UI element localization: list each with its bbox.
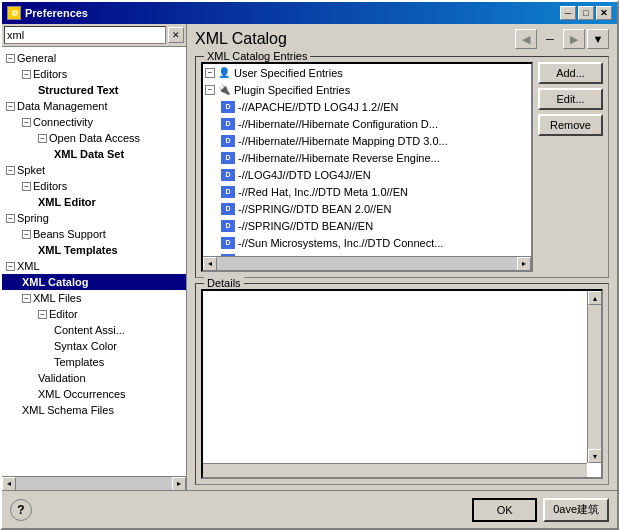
tree-item-templates[interactable]: Templates: [2, 354, 186, 370]
details-vscroll-up[interactable]: ▴: [588, 291, 602, 305]
expand-icon-editors[interactable]: −: [22, 70, 31, 79]
minimize-button[interactable]: ─: [560, 6, 576, 20]
main-content: ✕ − General − Editors Structured Text: [2, 24, 617, 490]
expand-icon-beans[interactable]: −: [22, 230, 31, 239]
tree-label-spring: Spring: [17, 212, 49, 224]
nav-back-button[interactable]: ◀: [515, 29, 537, 49]
catalog-item-entry2[interactable]: D -//Hibernate//Hibernate Configuration …: [203, 115, 531, 132]
tree-item-data-management[interactable]: − Data Management: [2, 98, 186, 114]
left-hscroll-right-btn[interactable]: ▸: [172, 477, 186, 491]
tree-item-spring[interactable]: − Spring: [2, 210, 186, 226]
expand-icon-xml-files[interactable]: −: [22, 294, 31, 303]
catalog-item-entry9[interactable]: D -//Sun Microsystems, Inc.//DTD Connect…: [203, 234, 531, 251]
catalog-item-entry3[interactable]: D -//Hibernate//Hibernate Mapping DTD 3.…: [203, 132, 531, 149]
tree-item-editors[interactable]: − Editors: [2, 66, 186, 82]
tree-item-xml-templates[interactable]: XML Templates: [2, 242, 186, 258]
catalog-item-entry7[interactable]: D -//SPRING//DTD BEAN 2.0//EN: [203, 200, 531, 217]
tree-item-editor[interactable]: − Editor: [2, 306, 186, 322]
expand-icon-spring[interactable]: −: [6, 214, 15, 223]
tree-item-beans-support[interactable]: − Beans Support: [2, 226, 186, 242]
tree-item-general[interactable]: − General: [2, 50, 186, 66]
restore-button[interactable]: □: [578, 6, 594, 20]
details-vscroll-track[interactable]: [588, 305, 601, 449]
dtd-icon-7: D: [221, 203, 235, 215]
catalog-item-user-specified[interactable]: − 👤 User Specified Entries: [203, 64, 531, 81]
catalog-item-entry5[interactable]: D -//LOG4J//DTD LOG4J//EN: [203, 166, 531, 183]
details-content[interactable]: ▴ ▾: [201, 289, 603, 479]
tree-label-beans-support: Beans Support: [33, 228, 106, 240]
details-vscroll[interactable]: ▴ ▾: [587, 291, 601, 463]
tree-item-spket-editors[interactable]: − Editors: [2, 178, 186, 194]
catalog-hscroll-right[interactable]: ▸: [517, 257, 531, 271]
dtd-icon-1: D: [221, 101, 235, 113]
tree-item-structured-text[interactable]: Structured Text: [2, 82, 186, 98]
catalog-item-entry8[interactable]: D -//SPRING//DTD BEAN//EN: [203, 217, 531, 234]
tree-item-xml-schema-files[interactable]: XML Schema Files: [2, 402, 186, 418]
nav-forward-button[interactable]: ▶: [563, 29, 585, 49]
right-header: XML Catalog ◀ ─ ▶ ▼: [195, 29, 609, 49]
close-button[interactable]: ✕: [596, 6, 612, 20]
nav-dropdown-button[interactable]: ▼: [587, 29, 609, 49]
tree-item-xml[interactable]: − XML: [2, 258, 186, 274]
tree-item-validation[interactable]: Validation: [2, 370, 186, 386]
tree-item-connectivity[interactable]: − Connectivity: [2, 114, 186, 130]
catalog-label-entry3: -//Hibernate//Hibernate Mapping DTD 3.0.…: [238, 135, 448, 147]
tree-item-xml-files[interactable]: − XML Files: [2, 290, 186, 306]
tree-item-xml-catalog[interactable]: XML Catalog: [2, 274, 186, 290]
tree-label-syntax-color: Syntax Color: [54, 340, 117, 352]
tree-item-xml-editor[interactable]: XML Editor: [2, 194, 186, 210]
ct-expand-plugin[interactable]: −: [205, 85, 215, 95]
help-button[interactable]: ?: [10, 499, 32, 521]
ct-expand-user[interactable]: −: [205, 68, 215, 78]
tree-container[interactable]: − General − Editors Structured Text − Da…: [2, 47, 186, 476]
tree-label-xml-catalog: XML Catalog: [22, 276, 88, 288]
expand-icon-oda[interactable]: −: [38, 134, 47, 143]
catalog-hscroll[interactable]: ◂ ▸: [203, 256, 531, 270]
tree-item-spket[interactable]: − Spket: [2, 162, 186, 178]
details-hscroll[interactable]: [203, 463, 587, 477]
catalog-item-entry4[interactable]: D -//Hibernate//Hibernate Reverse Engine…: [203, 149, 531, 166]
search-bar: ✕: [2, 24, 186, 47]
details-vscroll-down[interactable]: ▾: [588, 449, 602, 463]
expand-icon-general[interactable]: −: [6, 54, 15, 63]
catalog-hscroll-track[interactable]: [217, 257, 517, 270]
catalog-item-entry6[interactable]: D -//Red Hat, Inc.//DTD Meta 1.0//EN: [203, 183, 531, 200]
expand-icon-spket-editors[interactable]: −: [22, 182, 31, 191]
catalog-label-entry1: -//APACHE//DTD LOG4J 1.2//EN: [238, 101, 399, 113]
catalog-item-entry1[interactable]: D -//APACHE//DTD LOG4J 1.2//EN: [203, 98, 531, 115]
right-panel: XML Catalog ◀ ─ ▶ ▼ XML Catalog Entries: [187, 24, 617, 490]
expand-icon-editor[interactable]: −: [38, 310, 47, 319]
tree-item-xml-data-set[interactable]: XML Data Set: [2, 146, 186, 162]
nav-toolbar: ◀ ─ ▶ ▼: [515, 29, 609, 49]
expand-icon-spket[interactable]: −: [6, 166, 15, 175]
expand-icon-dm[interactable]: −: [6, 102, 15, 111]
left-hscroll-track[interactable]: [16, 477, 172, 490]
catalog-item-plugin-specified[interactable]: − 🔌 Plugin Specified Entries: [203, 81, 531, 98]
catalog-tree-scroll[interactable]: − 👤 User Specified Entries − 🔌 Plugin Sp…: [203, 64, 531, 256]
page-title: XML Catalog: [195, 30, 287, 48]
search-clear-button[interactable]: ✕: [168, 27, 184, 43]
tree-label-general: General: [17, 52, 56, 64]
search-input[interactable]: [4, 26, 166, 44]
ok-button[interactable]: OK: [472, 498, 537, 522]
tree-label-templates: Templates: [54, 356, 104, 368]
edit-button[interactable]: Edit...: [538, 88, 603, 110]
left-hscroll[interactable]: ◂ ▸: [2, 476, 186, 490]
remove-button[interactable]: Remove: [538, 114, 603, 136]
tree-item-open-data-access[interactable]: − Open Data Access: [2, 130, 186, 146]
tree-item-xml-occurrences[interactable]: XML Occurrences: [2, 386, 186, 402]
expand-icon-connectivity[interactable]: −: [22, 118, 31, 127]
expand-icon-xml[interactable]: −: [6, 262, 15, 271]
cancel-button[interactable]: 0ave建筑: [543, 498, 609, 522]
tree-label-connectivity: Connectivity: [33, 116, 93, 128]
tree-item-syntax-color[interactable]: Syntax Color: [2, 338, 186, 354]
add-button[interactable]: Add...: [538, 62, 603, 84]
catalog-label-entry4: -//Hibernate//Hibernate Reverse Engine..…: [238, 152, 440, 164]
tree-item-content-assist[interactable]: Content Assi...: [2, 322, 186, 338]
left-hscroll-left-btn[interactable]: ◂: [2, 477, 16, 491]
details-group: Details ▴ ▾: [195, 283, 609, 485]
bottom-right: OK 0ave建筑: [472, 498, 609, 522]
catalog-hscroll-left[interactable]: ◂: [203, 257, 217, 271]
catalog-tree[interactable]: − 👤 User Specified Entries − 🔌 Plugin Sp…: [201, 62, 533, 272]
tree-label-structured-text: Structured Text: [38, 84, 118, 96]
